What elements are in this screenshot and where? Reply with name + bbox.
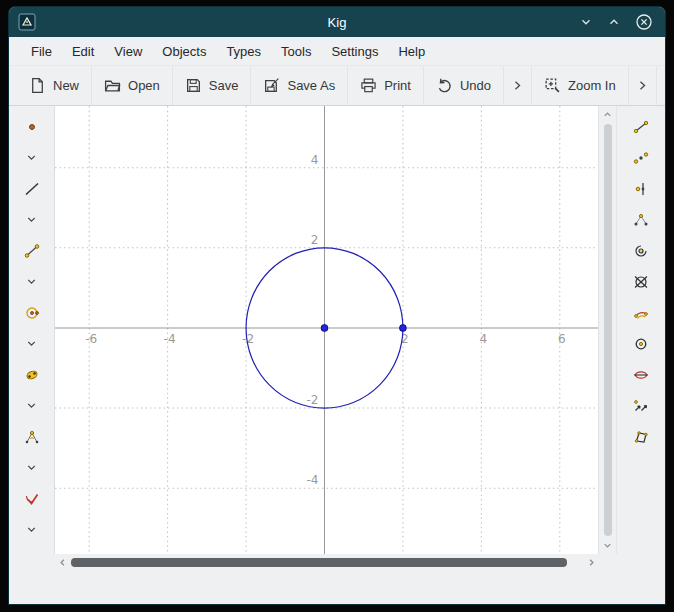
line-tool-expander[interactable] (15, 204, 49, 235)
menu-edit[interactable]: Edit (62, 40, 104, 63)
print-icon (360, 77, 377, 94)
save-button[interactable]: Save (173, 66, 252, 105)
menu-file[interactable]: File (21, 40, 62, 63)
zoom-expander-button[interactable] (629, 66, 657, 105)
circle-tool-button[interactable] (15, 297, 49, 328)
circle-center-tool-button[interactable] (624, 328, 658, 359)
svg-text:4: 4 (480, 332, 488, 346)
point-tool-button[interactable] (15, 111, 49, 142)
polygon-tool-button[interactable] (624, 421, 658, 452)
menu-types[interactable]: Types (216, 40, 271, 63)
segment-tool-expander[interactable] (15, 266, 49, 297)
ellipse-line-icon (633, 367, 649, 383)
angle-tool-expander[interactable] (15, 452, 49, 483)
vectors-icon (633, 398, 649, 414)
vectors-tool-button[interactable] (624, 390, 658, 421)
menu-help[interactable]: Help (388, 40, 435, 63)
horizontal-scrollbar[interactable] (55, 554, 599, 571)
kig-window: Kig File Edit View Objec (9, 7, 665, 604)
undo-button[interactable]: Undo (424, 66, 504, 105)
open-button[interactable]: Open (92, 66, 173, 105)
line-icon (24, 181, 40, 197)
conic-tool-button[interactable] (15, 359, 49, 390)
angle-points-icon (633, 212, 649, 228)
chevron-down-icon (25, 151, 38, 164)
chevron-right-icon (511, 79, 524, 92)
scroll-left-icon[interactable] (57, 557, 68, 568)
save-label: Save (209, 78, 239, 93)
angle-points-tool-button[interactable] (624, 204, 658, 235)
arcs-tool-button[interactable] (624, 297, 658, 328)
svg-text:-4: -4 (164, 332, 176, 346)
new-button[interactable]: New (17, 66, 92, 105)
chevron-down-icon (25, 337, 38, 350)
chevron-down-icon (25, 523, 38, 536)
undo-expander-button[interactable] (504, 66, 532, 105)
scroll-row-left-spacer (9, 554, 55, 571)
svg-text:4: 4 (311, 152, 319, 166)
chevron-down-icon (25, 275, 38, 288)
polygon-icon (633, 429, 649, 445)
print-button[interactable]: Print (348, 66, 424, 105)
right-toolbar (616, 106, 665, 554)
left-toolbar (9, 106, 55, 554)
conic-icon (24, 367, 40, 383)
point-on-line-icon (633, 181, 649, 197)
chevron-down-icon (25, 213, 38, 226)
chevron-down-icon (25, 461, 38, 474)
window-footer (9, 571, 665, 604)
window-title: Kig (9, 15, 665, 30)
vertical-scrollbar[interactable] (598, 106, 616, 554)
vertical-scrollbar-thumb[interactable] (604, 124, 612, 536)
circle-tool-expander[interactable] (15, 328, 49, 359)
spiral-tool-button[interactable] (624, 235, 658, 266)
point-on-line-tool-button[interactable] (624, 173, 658, 204)
canvas-drawing[interactable]: -6-4-224642-2-4 (55, 106, 598, 554)
conic-tool-expander[interactable] (15, 390, 49, 421)
segment-icon (24, 243, 40, 259)
new-document-icon (29, 77, 46, 94)
point-tool-expander[interactable] (15, 142, 49, 173)
zoom-in-label: Zoom In (568, 78, 616, 93)
segment-tool-button[interactable] (15, 235, 49, 266)
svg-text:-2: -2 (306, 393, 318, 407)
point-icon (24, 119, 40, 135)
save-icon (185, 77, 202, 94)
line-tool-button[interactable] (15, 173, 49, 204)
menu-view[interactable]: View (104, 40, 152, 63)
arcs-icon (633, 305, 649, 321)
scroll-row-right-spacer (599, 554, 665, 571)
svg-text:-6: -6 (85, 332, 97, 346)
svg-text:6: 6 (558, 332, 566, 346)
spiral-icon (633, 243, 649, 259)
main-toolbar: New Open Save Save As (9, 65, 665, 106)
menu-settings[interactable]: Settings (321, 40, 388, 63)
test-tool-expander[interactable] (15, 514, 49, 545)
horizontal-scrollbar-thumb[interactable] (71, 558, 567, 567)
scroll-up-icon[interactable] (602, 109, 613, 120)
zoom-in-button[interactable]: Zoom In (532, 66, 629, 105)
new-label: New (53, 78, 79, 93)
scroll-right-icon[interactable] (586, 557, 597, 568)
save-as-button[interactable]: Save As (251, 66, 348, 105)
circle-icon (24, 305, 40, 321)
test-tool-button[interactable] (15, 483, 49, 514)
scroll-down-icon[interactable] (602, 540, 613, 551)
menubar: File Edit View Objects Types Tools Setti… (9, 37, 665, 65)
intersection-tool-button[interactable] (624, 266, 658, 297)
segment-endpoints-tool-button[interactable] (624, 111, 658, 142)
intersection-circle-icon (633, 274, 649, 290)
ellipse-line-tool-button[interactable] (624, 359, 658, 390)
menu-tools[interactable]: Tools (271, 40, 321, 63)
save-as-label: Save As (287, 78, 335, 93)
undo-icon (436, 77, 453, 94)
titlebar: Kig (9, 7, 665, 37)
chevron-right-icon (636, 79, 649, 92)
midpoint-tool-button[interactable] (624, 142, 658, 173)
undo-label: Undo (460, 78, 491, 93)
angle-tool-button[interactable] (15, 421, 49, 452)
menu-objects[interactable]: Objects (152, 40, 216, 63)
print-label: Print (384, 78, 411, 93)
svg-text:-4: -4 (306, 473, 318, 487)
geometry-canvas[interactable]: -6-4-224642-2-4 (55, 106, 598, 554)
